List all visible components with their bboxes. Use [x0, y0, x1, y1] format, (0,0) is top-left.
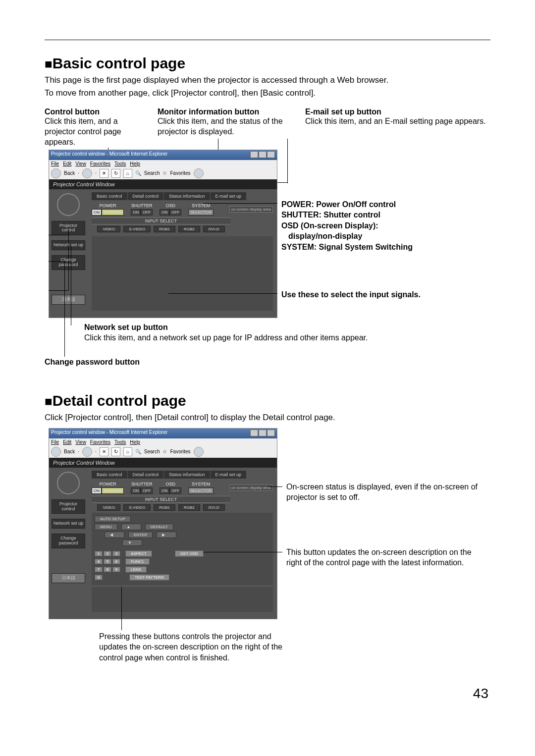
- ann-changepw: Change password button: [45, 358, 140, 366]
- intro-text-1: This page is the first page displayed wh…: [45, 75, 490, 86]
- tab-status-info[interactable]: Status information: [164, 192, 211, 200]
- input-svideo[interactable]: S-VIDEO: [123, 226, 151, 232]
- heading-detail-control: ■Detail control page: [45, 392, 490, 409]
- ie-toolbar-2[interactable]: Back· · ✕ ↻ ⌂ 🔍Search ☆Favorites: [49, 446, 277, 458]
- system-selector-button[interactable]: SELECTOR: [188, 209, 214, 216]
- input-rgb1[interactable]: RGB1: [154, 226, 175, 232]
- home-icon[interactable]: ⌂: [123, 169, 132, 178]
- window-buttons-2[interactable]: [250, 430, 275, 437]
- osd-on-button[interactable]: ON: [160, 487, 169, 494]
- sidebar-projector-control[interactable]: Projector control: [52, 499, 85, 514]
- tab-detail-control[interactable]: Detail control: [128, 471, 164, 479]
- back-icon[interactable]: [51, 447, 61, 457]
- ann-onscreen-status: On-screen status is displayed, even if t…: [286, 482, 480, 503]
- power-standby-button[interactable]: STANDBY: [102, 487, 124, 494]
- sidebar-network-setup[interactable]: Network set up: [52, 519, 85, 529]
- getosd-button[interactable]: GET OSD: [175, 550, 204, 557]
- sidebar-japanese[interactable]: 日本語: [52, 573, 85, 583]
- page-number: 43: [45, 686, 490, 702]
- shutter-on-button[interactable]: ON: [131, 487, 141, 494]
- right-button[interactable]: ▶: [157, 532, 176, 538]
- window-buttons[interactable]: [250, 151, 275, 159]
- input-video[interactable]: VIDEO: [97, 226, 120, 232]
- num-6[interactable]: 6: [112, 559, 120, 564]
- default-button[interactable]: DEFAULT: [145, 524, 173, 530]
- autosetup-button[interactable]: AUTO SETUP: [95, 516, 131, 522]
- num-4[interactable]: 4: [95, 559, 103, 564]
- refresh-icon[interactable]: ↻: [111, 447, 120, 456]
- num-2[interactable]: 2: [104, 551, 111, 556]
- input-video[interactable]: VIDEO: [97, 504, 120, 511]
- num-5[interactable]: 5: [104, 559, 111, 564]
- power-on-button[interactable]: ON: [92, 487, 102, 494]
- sidebar-japanese[interactable]: 日本語: [52, 295, 85, 305]
- stop-icon[interactable]: ✕: [100, 169, 108, 178]
- input-dvid[interactable]: DVI-D: [203, 226, 225, 232]
- tab-basic-control[interactable]: Basic control: [92, 471, 128, 479]
- favorites-icon[interactable]: ☆: [162, 170, 167, 176]
- testpattern-button[interactable]: TEST PATTERN: [129, 574, 169, 581]
- menu-button[interactable]: MENU: [95, 524, 117, 530]
- osd-off-button[interactable]: OFF: [169, 209, 181, 216]
- app-header: Projector Control Window: [49, 179, 277, 189]
- tab-email-setup[interactable]: E-mail set up: [211, 192, 247, 200]
- osd-off-button[interactable]: OFF: [169, 487, 181, 494]
- system-selector-button[interactable]: SELECTOR: [188, 487, 214, 494]
- control-button-label: Control button: [45, 108, 144, 116]
- shutter-off-button[interactable]: OFF: [141, 209, 153, 216]
- num-8[interactable]: 8: [104, 567, 111, 572]
- input-dvid[interactable]: DVI-D: [203, 504, 225, 511]
- tab-status-info[interactable]: Status information: [164, 471, 211, 479]
- num-7[interactable]: 7: [95, 567, 103, 572]
- ann-network-label: Network set up button: [84, 323, 168, 331]
- back-icon[interactable]: [51, 168, 61, 178]
- num-9[interactable]: 9: [112, 567, 120, 572]
- num-3[interactable]: 3: [112, 551, 120, 556]
- func1-button[interactable]: FUNC1: [125, 558, 150, 565]
- power-standby-button[interactable]: STANDBY: [102, 209, 124, 216]
- input-rgb1[interactable]: RGB1: [154, 504, 175, 511]
- forward-icon[interactable]: [82, 168, 92, 178]
- ie-menubar[interactable]: FileEditViewFavoritesToolsHelp: [49, 160, 277, 167]
- lens-button[interactable]: LENS: [125, 566, 147, 573]
- num-1[interactable]: 1: [95, 551, 103, 556]
- power-on-button[interactable]: ON: [92, 209, 102, 216]
- tab-detail-control[interactable]: Detail control: [128, 192, 164, 200]
- tab-email-setup[interactable]: E-mail set up: [211, 471, 247, 479]
- window-title: Projector control window - Microsoft Int…: [51, 151, 167, 159]
- input-svideo[interactable]: S-VIDEO: [123, 504, 151, 511]
- detail-intro: Click [Projector control], then [Detail …: [45, 412, 490, 423]
- home-icon[interactable]: ⌂: [123, 447, 132, 456]
- history-icon[interactable]: [194, 168, 204, 178]
- app-header-2: Projector Control Window: [49, 458, 277, 468]
- ie-toolbar[interactable]: Back· · ✕ ↻ ⌂ 🔍Search ☆Favorites: [49, 167, 277, 179]
- favorites-icon[interactable]: ☆: [162, 449, 167, 454]
- forward-icon[interactable]: [82, 447, 92, 457]
- enter-button[interactable]: ENTER: [128, 532, 153, 538]
- tab-basic-control[interactable]: Basic control: [92, 192, 128, 200]
- left-button[interactable]: ◀: [105, 532, 124, 538]
- monitor-info-text: Click this item, and the status of the p…: [158, 116, 291, 137]
- ann-system: SYSTEM: Signal System Switching: [281, 243, 413, 251]
- heading-basic-control: ■Basic control page: [45, 55, 490, 72]
- aspect-button[interactable]: ASPECT: [125, 550, 152, 557]
- shutter-on-button[interactable]: ON: [131, 209, 141, 216]
- refresh-icon[interactable]: ↻: [111, 169, 120, 178]
- osd-on-button[interactable]: ON: [160, 209, 169, 216]
- ann-shutter: SHUTTER: Shutter control: [281, 211, 380, 219]
- screenshot-basic-window: Projector control window - Microsoft Int…: [49, 150, 277, 318]
- input-rgb2[interactable]: RGB2: [178, 226, 200, 232]
- ann-input: Use these to select the input signals.: [281, 290, 421, 299]
- up-button[interactable]: ▲: [121, 524, 141, 530]
- down-button[interactable]: ▼: [122, 540, 142, 546]
- shutter-off-button[interactable]: OFF: [141, 487, 153, 494]
- search-icon[interactable]: 🔍: [135, 449, 141, 454]
- power-group: POWER ONSTANDBY: [92, 203, 124, 216]
- sidebar-change-password[interactable]: Change password: [52, 534, 85, 548]
- history-icon[interactable]: [194, 447, 204, 457]
- search-icon[interactable]: 🔍: [135, 170, 141, 176]
- num-0[interactable]: 0: [95, 575, 103, 580]
- stop-icon[interactable]: ✕: [100, 447, 108, 456]
- ie-menubar-2[interactable]: FileEditViewFavoritesToolsHelp: [49, 438, 277, 446]
- input-rgb2[interactable]: RGB2: [178, 504, 200, 511]
